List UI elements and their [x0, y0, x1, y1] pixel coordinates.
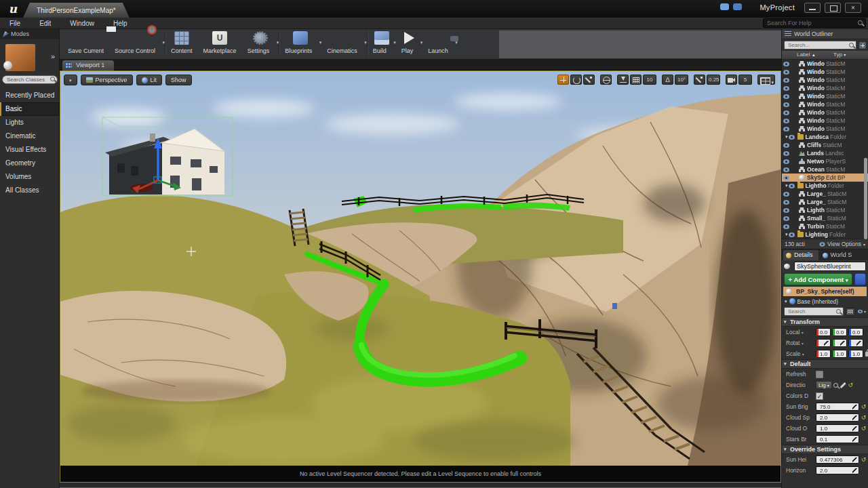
rotate-tool-button[interactable]	[570, 75, 582, 85]
mode-category-item[interactable]: Volumes	[0, 170, 60, 184]
show-flags-button[interactable]: Show	[165, 75, 192, 85]
scale-snap-value-button[interactable]: 0.25	[707, 75, 720, 85]
property-matrix-button[interactable]	[846, 308, 855, 316]
chat-bubble-icon[interactable]	[733, 3, 742, 10]
reset-icon[interactable]: ↺	[861, 456, 867, 463]
camera-speed-value-button[interactable]: 5	[738, 75, 752, 85]
details-search-input[interactable]: Search	[784, 307, 844, 316]
rotation-snap-value-button[interactable]: 10°	[675, 75, 688, 85]
visibility-eye-icon[interactable]	[783, 110, 789, 115]
colors-checkbox[interactable]: ✓	[816, 392, 823, 400]
outliner-column-headers[interactable]: Label ▲ Typ ▾	[782, 51, 868, 60]
outliner-row[interactable]: Windo StaticM	[782, 84, 868, 92]
outliner-row[interactable]: Large_ StaticM	[782, 198, 868, 206]
sun-height-field[interactable]: 0.477306	[816, 455, 859, 464]
outliner-row[interactable]: Windo StaticM	[782, 60, 868, 68]
menu-item[interactable]: File	[0, 18, 30, 29]
outliner-row[interactable]: Windo StaticM	[782, 125, 868, 133]
world-local-toggle-button[interactable]	[600, 75, 612, 85]
outliner-row[interactable]: Windo StaticM	[782, 76, 868, 84]
reset-icon[interactable]: ↺	[848, 382, 854, 388]
scale-lock-icon[interactable]	[865, 352, 868, 357]
visibility-eye-icon[interactable]	[783, 200, 789, 205]
visibility-eye-icon[interactable]	[783, 151, 789, 156]
viewport-tab[interactable]: Viewport 1	[62, 60, 114, 70]
outliner-row[interactable]: Lighth StaticM	[782, 206, 868, 214]
default-section-header[interactable]: Default	[782, 359, 868, 369]
actor-name-input[interactable]: SkySphereBlueprint	[794, 262, 866, 271]
outliner-row[interactable]: Windo StaticM	[782, 117, 868, 125]
rotation-z-field[interactable]	[848, 339, 863, 347]
details-view-options-button[interactable]: ▾	[857, 309, 866, 314]
grid-snap-value-button[interactable]: 10	[643, 75, 656, 85]
refresh-checkbox[interactable]	[816, 371, 823, 378]
visibility-eye-icon[interactable]	[783, 143, 789, 148]
outliner-row[interactable]: Small_ StaticM	[782, 214, 868, 222]
transform-section-header[interactable]: Transform	[782, 317, 868, 327]
camera-speed-button[interactable]	[726, 75, 737, 85]
horizon-field[interactable]: 2.0	[816, 466, 859, 474]
use-selected-icon[interactable]	[840, 382, 846, 388]
place-mode-thumbnail[interactable]	[5, 44, 35, 71]
mode-category-item[interactable]: Basic	[0, 102, 60, 116]
menu-item[interactable]: Edit	[30, 18, 60, 29]
scale-x-field[interactable]: 1.0	[816, 350, 831, 358]
cloud-speed-field[interactable]: 2.0	[816, 413, 859, 422]
move-tool-button[interactable]	[557, 75, 569, 85]
visibility-eye-icon[interactable]	[783, 70, 789, 75]
visibility-eye-icon[interactable]	[783, 94, 789, 99]
launch-button[interactable]: Launch▾	[422, 29, 458, 58]
menu-item[interactable]: Window	[60, 18, 104, 29]
reset-icon[interactable]: ↺	[861, 414, 867, 421]
surface-snapping-button[interactable]	[617, 75, 629, 85]
visibility-eye-icon[interactable]	[789, 232, 795, 237]
expand-modes-icon[interactable]: »	[51, 52, 54, 60]
visibility-eye-icon[interactable]	[783, 62, 789, 66]
outliner-row[interactable]: Large_ StaticM	[782, 190, 868, 198]
outliner-row[interactable]: Turbin StaticM	[782, 222, 868, 230]
grid-snap-toggle-button[interactable]	[630, 75, 642, 85]
visibility-eye-icon[interactable]	[783, 86, 789, 91]
level-tab[interactable]: ThirdPersonExampleMap*	[23, 3, 130, 18]
content-button[interactable]: Content	[165, 29, 198, 58]
mode-category-item[interactable]: All Classes	[0, 184, 60, 197]
feedback-bubble-icon[interactable]	[720, 3, 729, 10]
marketplace-button[interactable]: U Marketplace	[198, 29, 242, 58]
view-options-button[interactable]: View Options	[827, 241, 861, 247]
visibility-eye-icon[interactable]	[783, 216, 789, 221]
stars-brightness-field[interactable]: 0.1	[816, 435, 859, 443]
outliner-row[interactable]: Ocean StaticM	[782, 165, 868, 174]
outliner-row[interactable]: Windo StaticM	[782, 68, 868, 76]
save-current-button[interactable]: Save Current	[62, 29, 109, 58]
visibility-eye-icon[interactable]	[789, 184, 795, 188]
perspective-button[interactable]: Perspective	[81, 75, 133, 85]
visibility-eye-icon[interactable]	[783, 159, 789, 164]
mode-category-item[interactable]: Geometry	[0, 157, 60, 170]
scale-z-field[interactable]: 1.0	[848, 350, 863, 358]
visibility-eye-icon[interactable]	[783, 224, 789, 229]
sun-brightness-field[interactable]: 75.0	[816, 403, 859, 411]
reset-icon[interactable]: ↺	[861, 403, 867, 410]
close-button[interactable]: ×	[845, 3, 861, 13]
help-search-input[interactable]: Search For Help	[763, 18, 866, 28]
viewport-scene[interactable]	[60, 71, 781, 466]
override-settings-header[interactable]: Override Settings	[782, 445, 868, 454]
outliner-row[interactable]: SkySp Edit BP	[782, 174, 868, 182]
viewport-options-dropdown[interactable]: ▾	[64, 75, 77, 85]
visibility-eye-icon[interactable]	[783, 192, 789, 197]
build-button[interactable]: Build▾	[368, 29, 396, 58]
outliner-row[interactable]: Lighting Folder	[782, 230, 868, 239]
mode-category-item[interactable]: Lights	[0, 116, 60, 129]
source-control-button[interactable]: Source Control▾	[109, 29, 165, 58]
add-actor-icon[interactable]	[859, 42, 866, 49]
blueprints-button[interactable]: Blueprints▾	[279, 29, 321, 58]
rotation-y-field[interactable]	[832, 339, 847, 347]
outliner-row[interactable]: Landsca Folder	[782, 133, 868, 141]
settings-button[interactable]: Settings▾	[242, 29, 279, 58]
outliner-row[interactable]: Windo StaticM	[782, 100, 868, 108]
rotation-x-field[interactable]	[816, 339, 831, 347]
add-component-button[interactable]: + Add Component ▾	[784, 273, 852, 285]
cloud-opacity-field[interactable]: 1.0	[816, 424, 859, 432]
viewport-layout-button[interactable]: ▾	[757, 75, 775, 85]
tab-details[interactable]: Details	[783, 250, 818, 260]
